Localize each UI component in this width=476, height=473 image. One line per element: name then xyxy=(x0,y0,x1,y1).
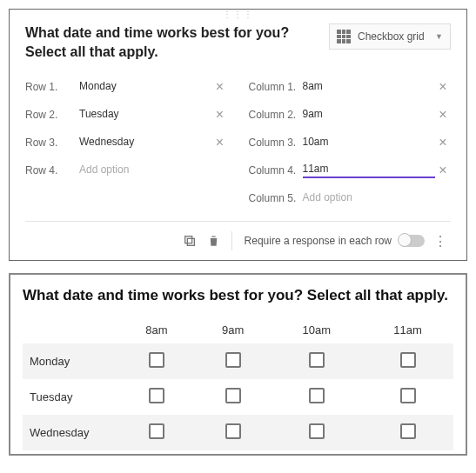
col-index: Column 5. xyxy=(249,192,303,204)
column-item: Column 2. 9am × xyxy=(249,101,452,129)
col-index: Column 1. xyxy=(249,81,303,93)
row-value[interactable]: Monday xyxy=(79,80,212,95)
grid-checkbox[interactable] xyxy=(309,423,325,439)
question-preview: What date and time works best for you? S… xyxy=(9,273,467,456)
drag-handle-icon[interactable]: ⋮⋮⋮ xyxy=(223,10,254,19)
toggle-knob xyxy=(398,233,412,247)
require-label: Require a response in each row xyxy=(245,235,392,247)
grid-col-header: 10am xyxy=(271,316,362,343)
col-value[interactable]: 9am xyxy=(303,108,436,123)
grid-col-header: 9am xyxy=(195,316,272,343)
grid-checkbox[interactable] xyxy=(400,388,416,403)
editor-footer: Require a response in each row ⋮ xyxy=(25,221,451,253)
grid-checkbox[interactable] xyxy=(309,352,325,368)
question-type-select[interactable]: Checkbox grid ▼ xyxy=(329,23,451,50)
row-value[interactable]: Tuesday xyxy=(79,108,212,123)
grid-col-header: 11am xyxy=(362,316,453,343)
duplicate-icon[interactable] xyxy=(178,229,202,253)
col-index: Column 3. xyxy=(249,137,303,149)
separator xyxy=(231,231,232,250)
grid-checkbox[interactable] xyxy=(225,423,241,439)
row-item: Row 3. Wednesday × xyxy=(25,129,228,157)
col-value[interactable]: 11am xyxy=(303,163,436,178)
svg-rect-0 xyxy=(187,239,194,246)
grid-checkbox[interactable] xyxy=(309,388,325,403)
row-add[interactable]: Row 4. Add option × xyxy=(25,157,228,184)
grid-checkbox[interactable] xyxy=(149,423,164,439)
question-type-label: Checkbox grid xyxy=(358,30,428,43)
column-item: Column 3. 10am × xyxy=(249,129,452,157)
remove-column-icon[interactable]: × xyxy=(435,135,451,150)
column-item: Column 1. 8am × xyxy=(249,73,452,101)
remove-row-icon[interactable]: × xyxy=(212,107,228,123)
row-index: Row 2. xyxy=(25,109,79,121)
col-index: Column 4. xyxy=(249,164,303,177)
col-value[interactable]: 8am xyxy=(303,80,436,95)
checkbox-grid-icon xyxy=(337,30,351,43)
chevron-down-icon: ▼ xyxy=(435,32,443,41)
grid-checkbox[interactable] xyxy=(225,388,241,403)
require-toggle[interactable] xyxy=(399,235,425,247)
remove-row-icon[interactable]: × xyxy=(212,79,228,95)
remove-column-icon[interactable]: × xyxy=(435,79,451,95)
grid-row-header: Tuesday xyxy=(23,379,118,415)
row-index: Row 1. xyxy=(25,81,79,93)
columns-column: Column 1. 8am × Column 2. 9am × Column 3… xyxy=(249,73,452,212)
question-editor: ⋮⋮⋮ What date and time works best for yo… xyxy=(9,9,467,261)
grid-row: Monday xyxy=(23,343,453,379)
grid-checkbox[interactable] xyxy=(149,352,164,368)
grid-row: Wednesday xyxy=(23,415,453,450)
svg-rect-1 xyxy=(184,236,191,243)
delete-icon[interactable] xyxy=(202,229,226,253)
row-index: Row 4. xyxy=(25,164,79,177)
grid-checkbox[interactable] xyxy=(400,352,416,368)
remove-column-icon[interactable]: × xyxy=(435,107,451,123)
grid-row-header: Monday xyxy=(23,343,118,379)
row-item: Row 1. Monday × xyxy=(25,73,228,101)
col-add-placeholder[interactable]: Add option xyxy=(303,191,436,206)
column-item: Column 4. 11am × xyxy=(249,157,452,184)
row-value[interactable]: Wednesday xyxy=(79,136,212,150)
checkbox-grid: 8am 9am 10am 11am Monday Tuesday xyxy=(23,316,453,450)
col-index: Column 2. xyxy=(249,109,303,121)
grid-col-header: 8am xyxy=(118,316,195,343)
col-value[interactable]: 10am xyxy=(303,136,436,150)
column-add[interactable]: Column 5. Add option × xyxy=(249,184,452,212)
grid-checkbox[interactable] xyxy=(149,388,164,403)
grid-row: Tuesday xyxy=(23,379,453,415)
row-add-placeholder[interactable]: Add option xyxy=(79,163,212,178)
rows-column: Row 1. Monday × Row 2. Tuesday × Row 3. … xyxy=(25,73,228,212)
grid-checkbox[interactable] xyxy=(400,423,416,439)
more-options-icon[interactable]: ⋮ xyxy=(430,233,451,250)
question-title[interactable]: What date and time works best for you? S… xyxy=(25,23,329,61)
grid-checkbox[interactable] xyxy=(225,352,241,368)
grid-row-header: Wednesday xyxy=(23,415,118,450)
preview-question-title: What date and time works best for you? S… xyxy=(23,287,453,304)
row-item: Row 2. Tuesday × xyxy=(25,101,228,129)
remove-column-icon[interactable]: × xyxy=(435,163,451,178)
remove-row-icon[interactable]: × xyxy=(212,135,228,150)
row-index: Row 3. xyxy=(25,137,79,149)
